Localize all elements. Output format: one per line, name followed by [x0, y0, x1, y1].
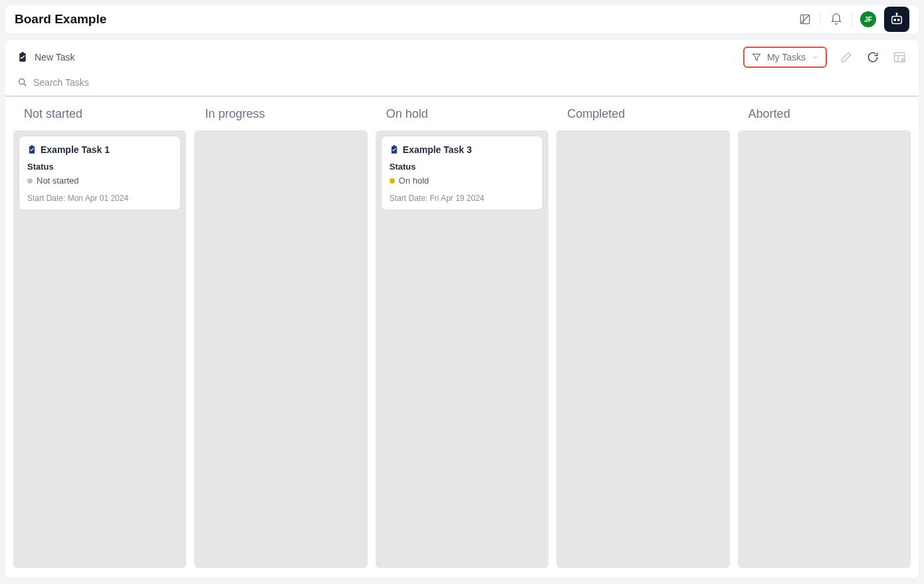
column-on-hold: On hold Example Task 3 Status On hold St…: [376, 104, 548, 568]
page-title: Board Example: [15, 12, 106, 27]
clipboard-icon: [27, 144, 37, 155]
search-input[interactable]: [33, 77, 907, 88]
column-completed: Completed: [556, 104, 729, 568]
status-dot-icon: [27, 178, 33, 184]
column-lane[interactable]: Example Task 1 Status Not started Start …: [13, 130, 186, 568]
svg-point-7: [19, 79, 25, 84]
column-not-started: Not started Example Task 1 Status Not st…: [13, 104, 186, 568]
status-row: On hold: [390, 176, 534, 186]
refresh-icon[interactable]: [866, 50, 880, 65]
divider: [820, 13, 821, 26]
clipboard-icon: [17, 51, 28, 63]
bell-icon[interactable]: [829, 12, 844, 27]
column-lane[interactable]: [194, 130, 367, 568]
divider: [852, 13, 852, 26]
filter-dropdown[interactable]: My Tasks: [743, 47, 827, 68]
avatar[interactable]: JF: [860, 11, 876, 27]
card-title: Example Task 3: [403, 144, 472, 155]
filter-icon: [751, 52, 762, 63]
svg-point-3: [898, 19, 899, 21]
toolbar-left: New Task: [17, 51, 74, 63]
start-date: Start Date: Fri Apr 19 2024: [390, 194, 534, 203]
column-title: Completed: [556, 104, 729, 130]
column-aborted: Aborted: [738, 104, 911, 568]
status-dot-icon: [390, 178, 395, 184]
card-header: Example Task 3: [390, 144, 534, 155]
assistant-button[interactable]: [884, 7, 909, 32]
status-label: Status: [27, 162, 172, 172]
start-date: Start Date: Mon Apr 01 2024: [27, 194, 172, 203]
clipboard-icon: [390, 144, 399, 155]
status-value: Not started: [37, 176, 79, 186]
column-lane[interactable]: [556, 130, 729, 568]
board-panel: New Task My Tasks Not started: [5, 40, 919, 577]
column-title: Aborted: [738, 104, 911, 130]
task-card[interactable]: Example Task 3 Status On hold Start Date…: [381, 136, 543, 210]
search-row: [5, 71, 919, 96]
search-icon: [17, 77, 28, 88]
column-lane[interactable]: Example Task 3 Status On hold Start Date…: [376, 130, 548, 568]
top-bar: Board Example JF: [5, 5, 919, 33]
toolbar-right: My Tasks: [743, 47, 907, 68]
status-row: Not started: [27, 176, 172, 186]
layout-icon[interactable]: [892, 50, 907, 65]
board: Not started Example Task 1 Status Not st…: [5, 96, 919, 577]
app-icon[interactable]: [798, 12, 812, 27]
svg-point-2: [894, 19, 895, 21]
toolbar: New Task My Tasks: [5, 40, 919, 71]
column-in-progress: In progress: [194, 104, 367, 568]
column-title: On hold: [376, 104, 548, 130]
status-value: On hold: [399, 176, 429, 186]
edit-icon[interactable]: [839, 50, 854, 65]
new-task-button[interactable]: New Task: [35, 52, 74, 63]
column-title: In progress: [194, 104, 367, 130]
column-lane[interactable]: [738, 130, 911, 568]
column-title: Not started: [13, 104, 186, 130]
svg-rect-1: [892, 16, 902, 23]
card-header: Example Task 1: [27, 144, 172, 155]
status-label: Status: [390, 162, 534, 172]
card-title: Example Task 1: [41, 144, 110, 155]
task-card[interactable]: Example Task 1 Status Not started Start …: [19, 136, 181, 210]
topbar-right: JF: [798, 7, 909, 32]
chevron-down-icon: [811, 53, 819, 61]
filter-label: My Tasks: [767, 52, 806, 63]
svg-point-4: [896, 13, 897, 15]
